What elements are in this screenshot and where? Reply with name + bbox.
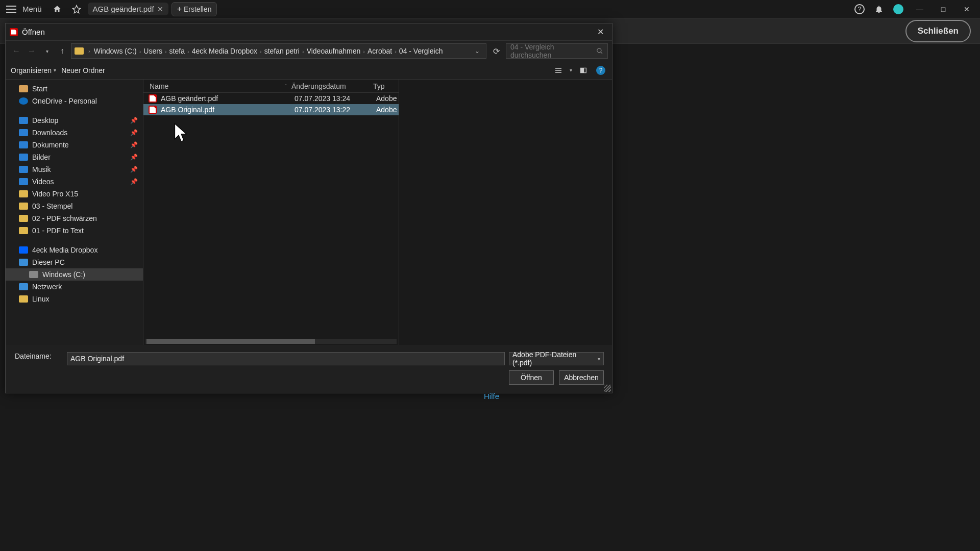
sidebar-item[interactable]: 02 - PDF schwärzen <box>6 212 143 224</box>
window-maximize[interactable]: □ <box>933 1 953 17</box>
plus-icon: + <box>177 5 182 14</box>
folder-icon <box>75 47 84 55</box>
view-dropdown-icon[interactable]: ▾ <box>570 67 572 73</box>
chevron-right-icon: › <box>361 48 366 55</box>
sidebar-item[interactable]: OneDrive - Personal <box>6 95 143 107</box>
pin-icon: 📌 <box>130 154 138 161</box>
search-icon <box>596 47 603 55</box>
refresh-icon[interactable]: ⟳ <box>488 43 504 59</box>
docs-icon <box>19 141 28 148</box>
notifications-icon[interactable] <box>871 1 887 17</box>
nav-up-icon[interactable]: ↑ <box>56 44 69 58</box>
folder-icon <box>19 295 28 303</box>
dialog-help-icon[interactable]: ? <box>595 64 607 77</box>
file-row[interactable]: AGB Original.pdf07.07.2023 13:22Adobe <box>143 104 399 115</box>
sidebar-item[interactable]: Netzwerk <box>6 281 143 293</box>
organize-button[interactable]: Organisieren <box>11 66 56 74</box>
pics-icon <box>19 154 28 161</box>
sidebar-item-label: Netzwerk <box>32 283 62 291</box>
sidebar: StartOneDrive - Personal Desktop📌Downloa… <box>6 80 143 345</box>
dialog-close-icon[interactable]: ✕ <box>593 24 608 40</box>
file-row[interactable]: AGB geändert.pdf07.07.2023 13:24Adobe <box>143 93 399 104</box>
star-icon[interactable] <box>68 1 85 17</box>
breadcrumb-item[interactable]: Videoaufnahmen <box>306 47 362 55</box>
open-button[interactable]: Öffnen <box>509 370 554 385</box>
file-list: Name˄ Änderungsdatum Typ AGB geändert.pd… <box>143 80 399 345</box>
new-folder-button[interactable]: Neuer Ordner <box>61 66 105 74</box>
preview-pane <box>399 80 612 345</box>
tab-close-icon[interactable]: ✕ <box>157 5 163 13</box>
close-button[interactable]: Schließen <box>905 20 971 42</box>
chevron-right-icon: › <box>301 48 306 55</box>
col-date[interactable]: Änderungsdatum <box>291 82 373 90</box>
file-type: Adobe <box>376 94 399 103</box>
sidebar-item[interactable]: 01 - PDF to Text <box>6 224 143 237</box>
create-button[interactable]: + Erstellen <box>172 2 217 16</box>
sidebar-item-label: Start <box>32 85 47 93</box>
cancel-button[interactable]: Abbrechen <box>559 370 604 385</box>
sidebar-item[interactable]: Video Pro X15 <box>6 188 143 200</box>
breadcrumb-item[interactable]: Users <box>142 47 163 55</box>
breadcrumb-item[interactable]: 04 - Vergleich <box>398 47 444 55</box>
sidebar-item-label: OneDrive - Personal <box>32 97 97 105</box>
col-name[interactable]: Name <box>150 82 168 90</box>
window-close[interactable]: ✕ <box>957 1 977 17</box>
sidebar-item[interactable]: Dokumente📌 <box>6 139 143 151</box>
home-icon <box>19 85 28 92</box>
column-headers[interactable]: Name˄ Änderungsdatum Typ <box>143 80 399 93</box>
hamburger-menu[interactable] <box>3 1 19 17</box>
nav-forward-icon[interactable]: → <box>25 44 38 58</box>
sidebar-item[interactable]: Start <box>6 83 143 95</box>
user-avatar[interactable] <box>890 1 906 17</box>
breadcrumb-item[interactable]: Acrobat <box>366 47 393 55</box>
folder-icon <box>19 203 28 210</box>
pin-icon: 📌 <box>130 117 138 124</box>
preview-pane-icon[interactable] <box>577 64 590 77</box>
sidebar-item[interactable]: 4eck Media Dropbox <box>6 244 143 256</box>
filename-label: Dateiname: <box>15 352 52 360</box>
sidebar-item[interactable]: Musik📌 <box>6 163 143 176</box>
breadcrumb-item[interactable]: stefa <box>168 47 186 55</box>
downloads-icon <box>19 129 28 136</box>
sidebar-item[interactable]: Dieser PC <box>6 256 143 268</box>
breadcrumb-item[interactable]: Windows (C:) <box>93 47 138 55</box>
chevron-right-icon: › <box>393 48 398 55</box>
sidebar-item[interactable]: Videos📌 <box>6 176 143 188</box>
pdf-icon <box>10 28 18 36</box>
sidebar-item[interactable]: 03 - Stempel <box>6 200 143 212</box>
help-link[interactable]: Hilfe <box>484 392 499 400</box>
view-mode-icon[interactable] <box>552 64 565 77</box>
sidebar-item[interactable]: Linux <box>6 293 143 305</box>
sidebar-item[interactable]: Desktop📌 <box>6 114 143 127</box>
music-icon <box>19 166 28 173</box>
dialog-titlebar: Öffnen ✕ <box>6 23 612 41</box>
home-icon[interactable] <box>49 1 65 17</box>
breadcrumb-item[interactable]: stefan petri <box>263 47 301 55</box>
horizontal-scrollbar[interactable] <box>145 339 397 344</box>
resize-grip[interactable] <box>604 385 611 392</box>
filename-input[interactable] <box>67 352 505 365</box>
breadcrumb-item[interactable]: 4eck Media Dropbox <box>191 47 258 55</box>
window-minimize[interactable]: — <box>910 1 930 17</box>
nav-recent-icon[interactable]: ▾ <box>40 44 54 58</box>
search-input[interactable]: 04 - Vergleich durchsuchen <box>506 43 608 59</box>
menu-label[interactable]: Menü <box>22 5 42 13</box>
sidebar-item-label: Downloads <box>32 129 67 137</box>
sidebar-item-label: Bilder <box>32 153 51 161</box>
sidebar-item[interactable]: Windows (C:) <box>6 268 143 281</box>
address-bar[interactable]: › Windows (C:)›Users›stefa›4eck Media Dr… <box>71 43 486 59</box>
filetype-select[interactable]: Adobe PDF-Dateien (*.pdf) <box>509 352 604 365</box>
pin-icon: 📌 <box>130 166 138 173</box>
help-icon[interactable]: ? <box>851 1 868 17</box>
document-tab[interactable]: AGB geändert.pdf ✕ <box>88 3 168 15</box>
sidebar-item-label: Dieser PC <box>32 258 65 266</box>
sidebar-item[interactable]: Bilder📌 <box>6 151 143 163</box>
nav-back-icon[interactable]: ← <box>10 44 23 58</box>
net-icon <box>19 283 28 290</box>
sidebar-item[interactable]: Downloads📌 <box>6 127 143 139</box>
sidebar-item-label: Desktop <box>32 116 58 124</box>
address-dropdown-icon[interactable]: ⌄ <box>472 47 483 55</box>
sidebar-item-label: 02 - PDF schwärzen <box>32 214 97 222</box>
file-type: Adobe <box>376 106 399 114</box>
col-type[interactable]: Typ <box>373 82 399 90</box>
